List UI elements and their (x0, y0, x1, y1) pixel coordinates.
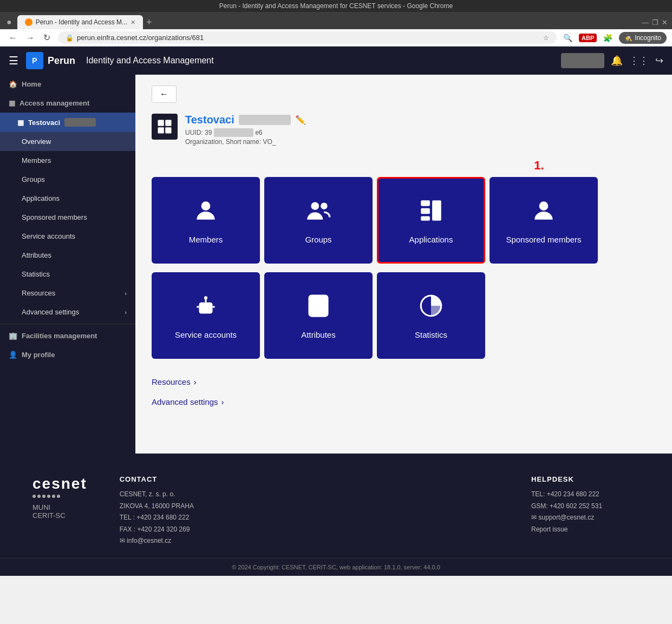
svg-rect-12 (199, 302, 213, 313)
tab-favicon (25, 18, 32, 26)
svg-rect-13 (203, 304, 205, 306)
profile-icon: 👤 (9, 351, 17, 359)
grid-icon: ▦ (9, 99, 15, 107)
abp-icon[interactable]: ABP (579, 34, 597, 42)
svg-point-4 (201, 201, 211, 211)
logo-area: P Perun (26, 52, 75, 69)
svg-rect-7 (421, 200, 430, 206)
group-icon (305, 197, 332, 227)
svg-rect-1 (165, 120, 171, 126)
user-avatar (561, 53, 604, 68)
vo-uuid: UUID: 39 e6 (185, 128, 306, 137)
new-tab-button[interactable]: + (146, 17, 152, 28)
tiles-grid-row2: Service accounts Attributes (152, 272, 656, 359)
app-container: ☰ P Perun Identity and Access Management… (0, 47, 672, 576)
advanced-settings-chevron-icon: › (221, 397, 224, 406)
svg-point-5 (311, 202, 319, 210)
sidebar-item-groups[interactable]: Groups (0, 170, 135, 189)
tile-sponsored-members[interactable]: Sponsored members (490, 177, 598, 264)
close-tab-icon[interactable]: ✕ (131, 19, 135, 26)
list-icon (305, 292, 332, 323)
svg-rect-2 (158, 127, 164, 133)
tile-service-accounts[interactable]: Service accounts (152, 272, 260, 359)
advanced-settings-chevron: › (125, 309, 127, 316)
svg-rect-8 (421, 208, 430, 213)
window-minimize[interactable]: — (642, 18, 649, 27)
search-icon[interactable]: 🔍 (561, 32, 575, 43)
sidebar-item-service-accounts[interactable]: Service accounts (0, 227, 135, 246)
vo-name-blurred (239, 115, 291, 125)
back-button[interactable]: ← (5, 32, 21, 44)
helpdesk-lines: TEL: +420 234 680 222 GSM: +420 602 252 … (531, 489, 640, 535)
sidebar-item-attributes[interactable]: Attributes (0, 246, 135, 265)
svg-rect-14 (207, 304, 209, 306)
svg-rect-9 (421, 216, 430, 220)
footer-bottom: © 2024 Copyright: CESNET, CERIT-SC, web … (0, 558, 672, 576)
tile-attributes[interactable]: Attributes (264, 272, 373, 359)
tile-applications[interactable]: Applications (377, 177, 485, 264)
resources-expand[interactable]: Resources › (152, 372, 656, 392)
sidebar-item-sponsored-members[interactable]: Sponsored members (0, 208, 135, 227)
vo-details: Testovaci ✏️ UUID: 39 e6 Organization, S… (185, 114, 306, 146)
sidebar-item-applications[interactable]: Applications (0, 189, 135, 208)
browser-addressbar: ← → ↻ 🔒 perun.einfra.cesnet.cz/organizat… (0, 29, 672, 47)
sidebar-my-profile[interactable]: 👤 My profile (0, 345, 135, 364)
home-icon: 🏠 (9, 80, 17, 88)
window-close[interactable]: ✕ (662, 18, 668, 27)
apps-grid-icon[interactable]: ⋮⋮ (629, 55, 649, 67)
sidebar-item-overview[interactable]: Overview (0, 132, 135, 151)
footer-logo: cesnet MUNICERIT-SC (32, 475, 87, 547)
vo-name: Testovaci ✏️ (185, 114, 306, 126)
sidebar-item-members[interactable]: Members (0, 151, 135, 170)
back-nav-circle: ● (4, 16, 14, 28)
forward-button[interactable]: → (23, 32, 38, 44)
lock-icon: 🔒 (66, 34, 74, 42)
tiles-grid-row1: Members Groups Applications (152, 177, 656, 264)
report-issue-link[interactable]: Report issue (531, 526, 567, 533)
advanced-settings-expand[interactable]: Advanced settings › (152, 392, 656, 412)
incognito-button[interactable]: 🕵️ Incognito (619, 32, 667, 44)
address-box[interactable]: 🔒 perun.einfra.cesnet.cz/organizations/6… (58, 31, 557, 44)
svg-point-11 (539, 201, 549, 211)
reload-button[interactable]: ↻ (40, 31, 54, 44)
resources-chevron-icon: › (194, 377, 197, 386)
sidebar-home[interactable]: 🏠 Home (0, 75, 135, 94)
bookmark-icon[interactable]: ☆ (543, 34, 549, 42)
sponsored-icon (530, 197, 557, 227)
footer: cesnet MUNICERIT-SC CONTACT CESNET, z. s… (0, 454, 672, 558)
tile-members[interactable]: Members (152, 177, 260, 264)
bell-icon[interactable]: 🔔 (611, 55, 623, 67)
window-restore[interactable]: ❐ (652, 18, 658, 27)
top-nav: ☰ P Perun Identity and Access Management… (0, 47, 672, 75)
hamburger-menu[interactable]: ☰ (9, 54, 18, 67)
person-icon (192, 197, 219, 227)
tile-groups[interactable]: Groups (264, 177, 373, 264)
browser-tab[interactable]: Perun - Identity and Access M... ✕ (17, 15, 143, 29)
vo-name-blurred (64, 118, 96, 127)
step-indicator: 1. (422, 159, 656, 173)
sidebar-item-advanced-settings[interactable]: Advanced settings › (0, 303, 135, 321)
resources-chevron: › (125, 290, 127, 297)
svg-point-17 (204, 296, 207, 299)
footer-dots (32, 495, 87, 498)
extension-icon[interactable]: 🧩 (601, 32, 615, 43)
logout-icon[interactable]: ↪ (655, 55, 663, 67)
sidebar-item-statistics[interactable]: Statistics (0, 265, 135, 284)
browser-tabbar: ● Perun - Identity and Access M... ✕ + —… (0, 12, 672, 29)
tile-statistics[interactable]: Statistics (377, 272, 485, 359)
browser-titlebar: Perun - Identity and Access Management f… (0, 0, 672, 12)
applications-icon (417, 197, 445, 227)
sidebar: 🏠 Home ▦ Access management ▦ Testovaci O… (0, 75, 135, 454)
svg-point-6 (321, 202, 328, 209)
vo-shortname: Organization, Short name: VO_ (185, 138, 306, 146)
edit-icon[interactable]: ✏️ (295, 115, 306, 125)
incognito-icon: 🕵️ (624, 34, 632, 42)
org-icon: ▦ (17, 119, 24, 127)
sidebar-item-testovaci[interactable]: ▦ Testovaci (0, 113, 135, 132)
pie-icon (417, 292, 445, 323)
sidebar-access-management[interactable]: ▦ Access management (0, 94, 135, 113)
back-button[interactable]: ← (152, 86, 177, 103)
sidebar-item-resources[interactable]: Resources › (0, 284, 135, 303)
svg-rect-3 (165, 127, 171, 133)
sidebar-facilities-management[interactable]: 🏢 Facilities management (0, 326, 135, 345)
